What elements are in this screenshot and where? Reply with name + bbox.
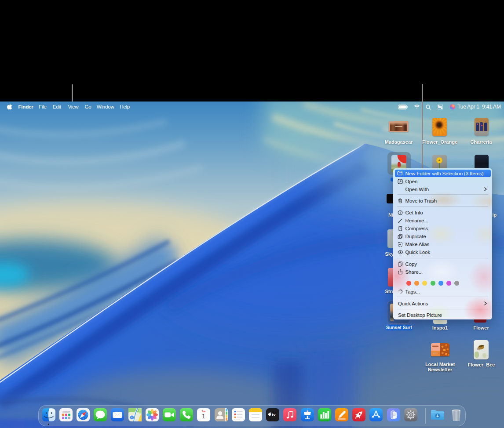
svg-text:tv: tv (272, 412, 276, 417)
svg-text:1: 1 (202, 412, 205, 420)
